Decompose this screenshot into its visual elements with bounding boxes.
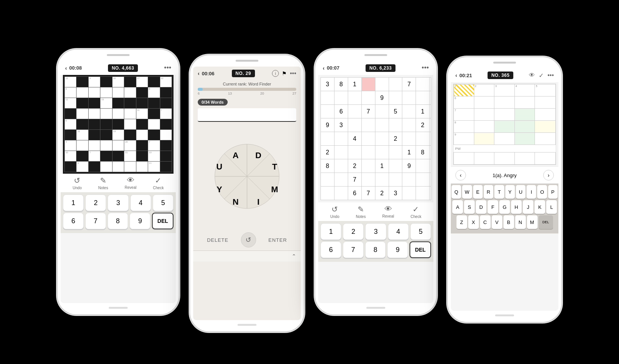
key-U[interactable]: U [516,185,525,199]
key-4-p3[interactable]: 4 [388,223,409,240]
key-DEL-p4[interactable]: DEL [539,215,553,229]
key-2-p3[interactable]: 2 [343,223,364,240]
key-P[interactable]: P [548,185,558,199]
svg-text:D: D [255,151,261,160]
key-A[interactable]: A [452,200,463,214]
key-3-p3[interactable]: 3 [365,223,386,240]
rank-bar-container: Current rank: Word Finder 6 13 20 27 [193,80,301,97]
reveal-btn-p3[interactable]: 👁 Reveal [382,205,394,219]
key-C[interactable]: C [480,215,491,229]
sudoku-row-1: 3 8 1 7 [321,78,431,91]
key-W[interactable]: W [462,185,472,199]
key-6-p1[interactable]: 6 [63,213,84,229]
check-btn-p3[interactable]: ✓ Check [411,205,421,219]
crossword-grid-p1[interactable]: 12 4 10 17 12 6 [63,75,174,174]
toolbar-phone3: ‹ 00:07 NO. 6,233 ••• [318,61,433,75]
notes-btn-p3[interactable]: ✎ Notes [356,205,366,219]
key-6-p3[interactable]: 6 [320,241,341,258]
sudoku-row-4: 9 3 2 [321,118,431,132]
toolbar-phone1: ‹ 00:08 NO. 4,663 ••• [61,61,176,75]
word-count-badge: 0/34 Words [198,99,228,106]
rank-label: Current rank: Word Finder [198,82,296,86]
word-wheel-svg[interactable]: N A D T M I [202,131,292,222]
more-menu-p1[interactable]: ••• [164,64,171,72]
key-row-1-p4: Q W E R T Y U I O P [452,185,558,199]
flag-icon-p2[interactable]: ⚑ [282,70,287,76]
key-V[interactable]: V [492,215,502,229]
reveal-icon-p3: 👁 [385,205,392,213]
reveal-btn-p1[interactable]: 👁 Reveal [125,176,136,190]
sudoku-grid-p3[interactable]: 3 8 1 7 9 [320,77,431,200]
key-1-p3[interactable]: 1 [320,223,341,240]
key-L[interactable]: L [546,200,557,214]
undo-btn-p3[interactable]: ↺ Undo [330,205,339,219]
key-G[interactable]: G [499,200,510,214]
key-5-p1[interactable]: 5 [153,194,174,211]
back-arrow-p4[interactable]: ‹ [455,72,457,78]
key-J[interactable]: J [523,200,533,214]
back-arrow-p1[interactable]: ‹ [65,65,67,71]
cw-row-4: 8 [454,121,556,133]
phone-3: ‹ 00:07 NO. 6,233 ••• 3 8 1 7 [315,50,436,314]
key-S[interactable]: S [464,200,475,214]
info-icon-p2[interactable]: i [272,70,279,77]
key-8-p3[interactable]: 8 [365,241,386,258]
key-B[interactable]: B [503,215,514,229]
key-8-p1[interactable]: 8 [108,213,128,229]
key-R[interactable]: R [484,185,493,199]
key-E[interactable]: E [473,185,483,199]
key-K[interactable]: K [535,200,545,214]
wheel-container[interactable]: N A D T M I [193,123,301,229]
key-T[interactable]: T [494,185,504,199]
key-9-p1[interactable]: 9 [130,213,150,229]
more-menu-p2[interactable]: ••• [290,70,296,77]
key-Y[interactable]: Y [505,185,515,199]
expand-icon-p2[interactable]: ⌃ [292,253,296,259]
key-5-p3[interactable]: 5 [410,223,431,240]
key-row-3-p4: Z X C V B N M DEL [452,215,558,229]
clue-bar-p4: ‹ 1(a). Angry › [451,166,558,184]
key-del-p3[interactable]: DEL [410,241,431,258]
sudoku-row-9: 6 7 2 3 [321,187,431,200]
key-2-p1[interactable]: 2 [85,194,106,211]
svg-text:T: T [272,162,277,171]
crossword-grid-p4[interactable]: 1 2 3 4 5 6 7 [453,84,556,165]
delete-btn-p2[interactable]: DELETE [207,237,228,243]
key-7-p1[interactable]: 7 [85,213,106,229]
key-F[interactable]: F [488,200,498,214]
key-D[interactable]: D [476,200,486,214]
refresh-btn-p2[interactable]: ↺ [241,232,256,247]
notes-icon-p1: ✎ [100,176,106,185]
more-menu-p3[interactable]: ••• [422,64,429,72]
clue-next-btn[interactable]: › [543,170,554,180]
key-9-p3[interactable]: 9 [387,241,408,258]
key-7-p3[interactable]: 7 [343,241,364,258]
key-N[interactable]: N [515,215,526,229]
key-H[interactable]: H [511,200,522,214]
key-3-p1[interactable]: 3 [108,194,128,211]
check-icon-p4[interactable]: ✓ [539,72,544,79]
key-O[interactable]: O [537,185,547,199]
notes-btn-p1[interactable]: ✎ Notes [98,176,108,190]
more-menu-p4[interactable]: ••• [547,72,554,79]
key-I[interactable]: I [527,185,536,199]
undo-btn-p1[interactable]: ↺ Undo [73,176,82,190]
back-arrow-p2[interactable]: ‹ [198,70,200,76]
key-X[interactable]: X [468,215,479,229]
word-input-line[interactable] [198,108,296,122]
key-Z[interactable]: Z [456,215,467,229]
eye-icon-p4[interactable]: 👁 [529,72,535,79]
number-pad-p3: 1 2 3 4 5 6 7 8 9 DEL [318,221,433,262]
check-btn-p1[interactable]: ✓ Check [153,176,164,190]
clue-prev-btn[interactable]: ‹ [455,170,466,180]
back-arrow-p3[interactable]: ‹ [323,65,325,71]
rank-ticks: 6 13 20 27 [198,92,296,95]
rank-bar [198,88,296,91]
key-Q[interactable]: Q [452,185,461,199]
key-4-p1[interactable]: 4 [130,194,151,211]
sudoku-row-8: 7 [321,173,431,187]
enter-btn-p2[interactable]: ENTER [269,237,287,243]
key-M[interactable]: M [527,215,538,229]
key-del-p1[interactable]: DEL [152,213,174,229]
key-1-p1[interactable]: 1 [63,194,84,211]
